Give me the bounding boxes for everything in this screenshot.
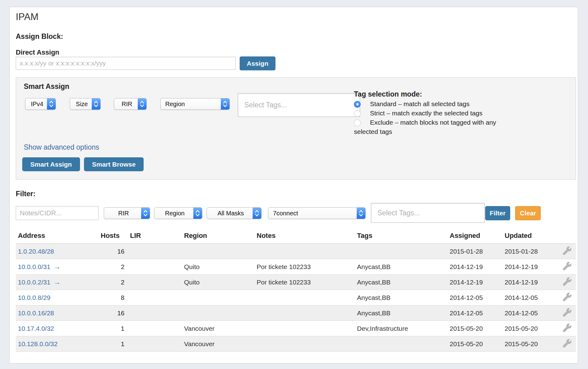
filter-notes-input[interactable] [16, 206, 99, 220]
wrench-icon[interactable] [563, 262, 571, 270]
radio-standard[interactable] [354, 101, 361, 108]
filter-controls: RIR Region All Masks 7connect Filter Cle… [16, 203, 576, 225]
notes-cell [255, 244, 354, 259]
tags-cell [354, 336, 447, 352]
table-row: 10.128.0.0/32 1 Vancouver 2015-05-20 201… [16, 336, 576, 352]
wrench-icon[interactable] [563, 339, 571, 347]
address-link[interactable]: 10.0.0.8/29 [18, 294, 50, 301]
filter-masks-select-value: All Masks [207, 210, 253, 217]
assigned-cell: 2014-12-19 [447, 275, 502, 290]
col-header-tags: Tags [354, 230, 447, 244]
tag-selection-mode-heading: Tag selection mode: [354, 90, 518, 98]
region-cell: Quito [179, 275, 255, 290]
wrench-icon[interactable] [563, 324, 571, 332]
smart-assign-section: Smart Assign IPv4 Size RIR Region [16, 77, 576, 180]
up-down-chevron-icon [221, 98, 229, 110]
direct-assign-label: Direct Assign [16, 48, 59, 56]
smart-region-select-value: Region [161, 101, 221, 108]
radio-strict[interactable] [354, 110, 361, 117]
tag-mode-option-strict-label: Strict – match exactly the selected tags [370, 110, 482, 117]
smart-browse-button[interactable]: Smart Browse [84, 157, 144, 171]
hosts-cell: 16 [99, 305, 128, 321]
wrench-icon[interactable] [563, 293, 571, 301]
smart-assign-heading: Smart Assign [24, 82, 69, 91]
clear-button[interactable]: Clear [515, 206, 541, 220]
direct-assign-input[interactable] [16, 57, 236, 70]
show-advanced-options-link[interactable]: Show advanced options [24, 143, 99, 151]
table-row: 10.0.0.0/31→ 2 Quito Por tickete 102233 … [16, 259, 576, 275]
region-cell: Quito [179, 259, 255, 275]
tags-cell: Anycast,BB [354, 290, 447, 305]
page-title: IPAM [16, 11, 39, 23]
filter-resource-select[interactable]: 7connect [268, 207, 366, 219]
notes-cell [255, 305, 354, 321]
smart-size-select[interactable]: Size [70, 98, 101, 110]
assign-block-heading: Assign Block: [16, 32, 63, 41]
lir-cell [128, 259, 179, 275]
lir-cell [128, 275, 179, 290]
region-cell [179, 290, 255, 305]
updated-cell: 2014-12-19 [502, 275, 559, 290]
wrench-icon[interactable] [563, 277, 571, 286]
address-link[interactable]: 10.0.0.2/31 [18, 279, 50, 286]
tags-cell: Anycast,BB [354, 275, 447, 290]
smart-protocol-select[interactable]: IPv4 [25, 98, 56, 110]
region-cell [179, 244, 255, 259]
table-row: 10.0.0.2/31→ 2 Quito Por tickete 102233 … [16, 275, 576, 290]
notes-cell [255, 336, 354, 352]
col-header-lir: LIR [128, 230, 179, 244]
address-link[interactable]: 1.0.20.48/28 [18, 248, 54, 255]
smart-rir-select[interactable]: RIR [114, 98, 147, 110]
address-link[interactable]: 10.128.0.0/32 [18, 340, 57, 347]
smart-size-select-value: Size [70, 101, 92, 108]
col-header-actions [559, 230, 576, 244]
tags-cell: Dev,Infrastructure [354, 321, 447, 336]
up-down-chevron-icon [357, 208, 365, 219]
smart-assign-button[interactable]: Smart Assign [22, 157, 80, 171]
address-link[interactable]: 10.17.4.0/32 [18, 325, 54, 332]
assigned-cell: 2015-05-20 [447, 336, 502, 352]
filter-masks-select[interactable]: All Masks [207, 207, 262, 219]
lir-cell [128, 290, 179, 305]
filter-rir-select[interactable]: RIR [104, 207, 150, 219]
col-header-assigned: Assigned [447, 230, 502, 244]
sub-assignment-arrow-icon[interactable]: → [53, 263, 61, 271]
filter-rir-select-value: RIR [104, 210, 141, 217]
filter-button[interactable]: Filter [485, 206, 510, 220]
ipam-panel: IPAM Assign Block: Direct Assign Assign … [9, 7, 578, 363]
smart-region-select[interactable]: Region [160, 98, 230, 110]
assigned-cell: 2014-12-05 [447, 290, 502, 305]
updated-cell: 2015-05-20 [502, 321, 559, 336]
hosts-cell: 2 [99, 275, 128, 290]
sub-assignment-arrow-icon[interactable]: → [53, 278, 61, 286]
wrench-icon[interactable] [563, 247, 571, 255]
region-cell: Vancouver [179, 336, 255, 352]
notes-cell: Por tickete 102233 [255, 259, 354, 275]
address-link[interactable]: 10.0.0.16/28 [18, 309, 54, 317]
assigned-cell: 2015-01-28 [447, 244, 502, 259]
updated-cell: 2014-12-19 [502, 259, 559, 275]
tag-mode-option-exclude-label: Exclude – match blocks not tagged with a… [354, 119, 496, 135]
filter-tags-input[interactable] [371, 203, 485, 223]
smart-tags-input[interactable] [238, 93, 360, 117]
updated-cell: 2015-01-28 [502, 244, 559, 259]
hosts-cell: 1 [99, 321, 128, 336]
assigned-cell: 2014-12-05 [447, 305, 502, 321]
radio-exclude[interactable] [354, 119, 361, 126]
notes-cell [255, 321, 354, 336]
tag-selection-mode-group: Tag selection mode: Standard – match all… [354, 90, 518, 136]
tags-cell: Anycast,BB [354, 259, 447, 275]
filter-region-select[interactable]: Region [154, 207, 202, 219]
tag-mode-option-standard[interactable]: Standard – match all selected tags [354, 99, 518, 109]
tag-mode-option-strict[interactable]: Strict – match exactly the selected tags [354, 109, 518, 118]
col-header-address: Address [16, 230, 99, 244]
lir-cell [128, 321, 179, 336]
assign-button[interactable]: Assign [240, 56, 275, 70]
blocks-table-wrap: Address Hosts LIR Region Notes Tags Assi… [16, 230, 576, 352]
wrench-icon[interactable] [563, 308, 571, 317]
tag-mode-option-exclude[interactable]: Exclude – match blocks not tagged with a… [354, 118, 518, 136]
address-link[interactable]: 10.0.0.0/31 [18, 263, 50, 270]
tags-cell [354, 244, 447, 259]
hosts-cell: 2 [99, 259, 128, 275]
up-down-chevron-icon [138, 98, 146, 110]
